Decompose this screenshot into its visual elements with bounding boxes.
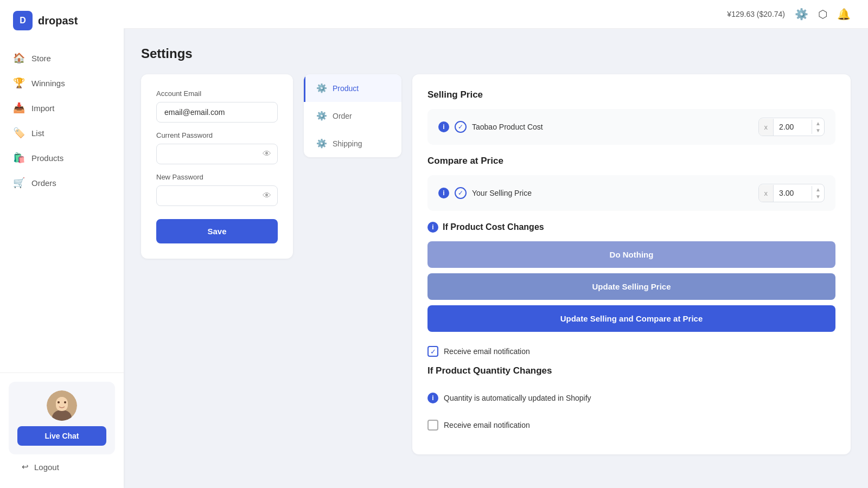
order-tab-icon: ⚙️ <box>316 111 327 121</box>
sidebar-item-import[interactable]: 📥 Import <box>0 95 124 120</box>
logo-area: D dropast <box>0 0 124 41</box>
page-title: Settings <box>141 46 851 61</box>
quantity-info-text: Quantity is automatically updated in Sho… <box>444 394 591 402</box>
if-product-cost-title: i If Product Cost Changes <box>427 222 835 233</box>
nav-list: 🏠 Store 🏆 Winnings 📥 Import 🏷️ List 🛍️ P… <box>0 41 124 373</box>
sidebar-item-winnings[interactable]: 🏆 Winnings <box>0 70 124 95</box>
quantity-email-label: Receive email notification <box>444 421 530 429</box>
selling-price-input-wrap: x ▲ ▼ <box>758 118 825 136</box>
selling-info-icon[interactable]: i <box>438 121 449 132</box>
main-content: ¥129.63 ($20.74) ⚙️ ⬡ 🔔 Settings Account… <box>124 0 868 488</box>
compare-multiplier: x <box>759 185 774 202</box>
svg-point-5 <box>64 401 66 403</box>
sidebar-label-list: List <box>31 129 44 138</box>
email-notification-checkbox[interactable] <box>427 346 438 357</box>
current-password-wrap: 👁 <box>156 144 278 164</box>
settings-tabs-card: ⚙️ Product ⚙️ Order ⚙️ Shipping <box>304 74 401 157</box>
quantity-info-icon: i <box>427 393 438 403</box>
live-chat-card: Live Chat <box>9 382 115 454</box>
do-nothing-button[interactable]: Do Nothing <box>427 241 835 268</box>
app-name: dropast <box>38 15 78 27</box>
update-selling-price-button[interactable]: Update Selling Price <box>427 273 835 300</box>
orders-icon: 🛒 <box>13 177 25 189</box>
quantity-section-title: If Product Quantity Changes <box>427 365 835 376</box>
sidebar-item-products[interactable]: 🛍️ Products <box>0 145 124 170</box>
selling-price-left: i ✓ Taobao Product Cost <box>438 121 543 133</box>
email-notification-row: Receive email notification <box>427 346 835 357</box>
header: ¥129.63 ($20.74) ⚙️ ⬡ 🔔 <box>124 0 868 29</box>
cube-icon[interactable]: ⬡ <box>818 8 827 21</box>
tab-order[interactable]: ⚙️ Order <box>304 102 401 130</box>
down-arrow[interactable]: ▼ <box>815 127 821 134</box>
new-password-field[interactable] <box>156 185 278 206</box>
compare-price-input-wrap: x ▲ ▼ <box>758 184 825 202</box>
content-area: Settings Account Email Current Password … <box>124 29 868 488</box>
sidebar-label-import: Import <box>31 104 55 113</box>
compare-price-title: Compare at Price <box>427 156 835 166</box>
current-password-label: Current Password <box>156 131 278 139</box>
settings-right-panel: Selling Price i ✓ Taobao Product Cost x … <box>412 74 851 454</box>
logout-label: Logout <box>34 463 59 472</box>
compare-info-icon[interactable]: i <box>438 188 449 198</box>
quantity-email-row: Receive email notification <box>427 420 835 431</box>
product-tab-label: Product <box>333 84 359 93</box>
shipping-tab-icon: ⚙️ <box>316 138 327 149</box>
current-password-field[interactable] <box>156 144 278 164</box>
selling-price-title: Selling Price <box>427 89 835 100</box>
update-selling-compare-button[interactable]: Update Selling and Compare at Price <box>427 305 835 332</box>
import-icon: 📥 <box>13 102 25 114</box>
compare-check-icon: ✓ <box>455 187 467 199</box>
avatar <box>47 390 77 421</box>
live-chat-button[interactable]: Live Chat <box>17 426 106 446</box>
compare-price-input[interactable] <box>774 184 812 202</box>
compare-up-arrow[interactable]: ▲ <box>815 186 821 193</box>
account-card: Account Email Current Password 👁 New Pas… <box>141 74 293 259</box>
up-arrow[interactable]: ▲ <box>815 120 821 127</box>
selling-price-arrows[interactable]: ▲ ▼ <box>812 120 824 134</box>
sidebar-item-orders[interactable]: 🛒 Orders <box>0 170 124 195</box>
sidebar-bottom: Live Chat ↩ Logout <box>0 373 124 488</box>
new-password-wrap: 👁 <box>156 185 278 206</box>
compare-price-label: Your Selling Price <box>472 189 532 197</box>
gear-icon[interactable]: ⚙️ <box>795 8 808 21</box>
store-icon: 🏠 <box>13 52 25 64</box>
tab-product[interactable]: ⚙️ Product <box>304 74 401 102</box>
selling-check-icon: ✓ <box>455 121 467 133</box>
email-field[interactable] <box>156 102 278 123</box>
settings-layout: Account Email Current Password 👁 New Pas… <box>141 74 851 454</box>
product-tab-icon: ⚙️ <box>316 83 327 93</box>
selling-multiplier: x <box>759 119 774 136</box>
sidebar: D dropast 🏠 Store 🏆 Winnings 📥 Import 🏷️… <box>0 0 124 488</box>
compare-price-arrows[interactable]: ▲ ▼ <box>812 186 824 200</box>
compare-price-row: i ✓ Your Selling Price x ▲ ▼ <box>427 175 835 211</box>
selling-cost-label: Taobao Product Cost <box>472 123 543 131</box>
bell-icon[interactable]: 🔔 <box>837 8 851 21</box>
order-tab-label: Order <box>333 112 352 120</box>
balance-display: ¥129.63 ($20.74) <box>727 10 785 18</box>
shipping-tab-label: Shipping <box>333 139 362 148</box>
sidebar-item-store[interactable]: 🏠 Store <box>0 46 124 70</box>
tab-shipping[interactable]: ⚙️ Shipping <box>304 130 401 157</box>
logo-icon: D <box>13 11 33 30</box>
compare-price-left: i ✓ Your Selling Price <box>438 187 532 199</box>
sidebar-label-store: Store <box>31 54 51 63</box>
quantity-email-checkbox[interactable] <box>427 420 438 431</box>
sidebar-label-winnings: Winnings <box>31 79 65 88</box>
products-icon: 🛍️ <box>13 152 25 164</box>
sidebar-label-orders: Orders <box>31 178 56 188</box>
cost-changes-info-icon[interactable]: i <box>427 222 438 233</box>
svg-point-4 <box>58 401 60 403</box>
if-cost-changes-label: If Product Cost Changes <box>443 222 544 232</box>
compare-down-arrow[interactable]: ▼ <box>815 193 821 200</box>
new-password-label: New Password <box>156 173 278 181</box>
logout-item[interactable]: ↩ Logout <box>9 454 115 479</box>
email-label: Account Email <box>156 89 278 98</box>
eye-icon-current[interactable]: 👁 <box>263 149 271 159</box>
winnings-icon: 🏆 <box>13 77 25 89</box>
sidebar-item-list[interactable]: 🏷️ List <box>0 120 124 145</box>
selling-price-input[interactable] <box>774 118 812 136</box>
list-icon: 🏷️ <box>13 127 25 139</box>
save-button[interactable]: Save <box>156 219 278 243</box>
eye-icon-new[interactable]: 👁 <box>263 191 271 201</box>
email-notification-label: Receive email notification <box>444 347 530 356</box>
